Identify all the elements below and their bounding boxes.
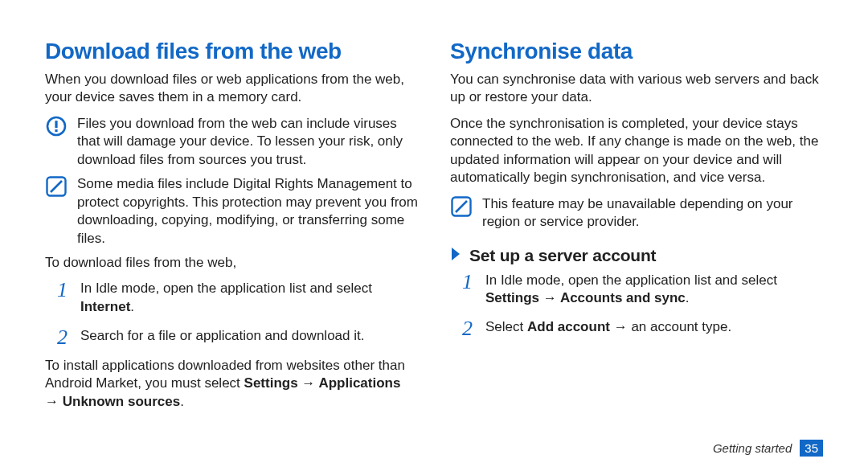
- page-number: 35: [800, 440, 823, 457]
- text-fragment: .: [686, 290, 690, 305]
- right-p2: Once the synchronisation is completed, y…: [450, 115, 823, 187]
- subheading-row: Set up a server account: [450, 246, 823, 265]
- text-fragment: .: [180, 394, 184, 409]
- svg-rect-1: [55, 121, 57, 128]
- right-section-title: Synchronise data: [450, 39, 823, 64]
- bold-fragment: Settings → Accounts and sync: [485, 290, 686, 305]
- step-text: In Idle mode, open the application list …: [485, 272, 777, 305]
- note-icon: [450, 195, 473, 218]
- page-footer: Getting started 35: [713, 440, 823, 457]
- bold-fragment: Internet: [80, 299, 130, 314]
- left-lead: To download files from the web,: [45, 254, 418, 272]
- left-steps: 1 In Idle mode, open the application lis…: [72, 280, 418, 345]
- note-text-right: This feature may be unavailable dependin…: [482, 195, 823, 231]
- left-step-1: 1 In Idle mode, open the application lis…: [72, 280, 418, 316]
- warning-callout: Files you download from the web can incl…: [45, 115, 418, 169]
- right-column: Synchronise data You can synchronise dat…: [450, 39, 823, 419]
- right-p1: You can synchronise data with various we…: [450, 71, 823, 107]
- left-intro: When you download files or web applicati…: [45, 71, 418, 107]
- left-column: Download files from the web When you dow…: [45, 39, 418, 419]
- text-fragment: .: [130, 299, 134, 314]
- two-column-layout: Download files from the web When you dow…: [45, 39, 823, 419]
- footer-section-label: Getting started: [713, 441, 792, 455]
- warning-text: Files you download from the web can incl…: [77, 115, 418, 169]
- note-callout-left: Some media files include Digital Rights …: [45, 175, 418, 248]
- step-number: 2: [450, 317, 473, 341]
- note-text-left: Some media files include Digital Rights …: [77, 175, 418, 248]
- svg-line-6: [456, 201, 467, 212]
- text-fragment: In Idle mode, open the application list …: [485, 272, 777, 288]
- manual-page: Download files from the web When you dow…: [0, 0, 868, 471]
- note-icon: [45, 175, 68, 198]
- step-number: 2: [45, 326, 68, 350]
- text-fragment: In Idle mode, open the application list …: [80, 281, 372, 296]
- subheading-text: Set up a server account: [469, 246, 656, 265]
- bold-fragment: Add account: [527, 319, 610, 334]
- right-step-2: 2 Select Add account → an account type.: [477, 318, 823, 336]
- right-steps: 1 In Idle mode, open the application lis…: [477, 272, 823, 337]
- step-number: 1: [45, 278, 68, 302]
- warning-icon: [45, 115, 68, 137]
- right-step-1: 1 In Idle mode, open the application lis…: [477, 272, 823, 308]
- note-callout-right: This feature may be unavailable dependin…: [450, 195, 823, 231]
- svg-marker-7: [452, 248, 460, 260]
- svg-line-4: [51, 181, 62, 192]
- step-number: 1: [450, 270, 473, 294]
- step-text: Search for a file or application and dow…: [80, 328, 364, 343]
- left-section-title: Download files from the web: [45, 39, 418, 64]
- left-step-2: 2 Search for a file or application and d…: [72, 327, 418, 345]
- text-fragment: → an account type.: [610, 319, 731, 334]
- svg-rect-2: [55, 129, 57, 132]
- chevron-right-icon: [450, 246, 461, 265]
- step-text: In Idle mode, open the application list …: [80, 281, 372, 313]
- left-tail: To install applications downloaded from …: [45, 357, 418, 411]
- text-fragment: Select: [485, 319, 527, 334]
- step-text: Select Add account → an account type.: [485, 319, 731, 334]
